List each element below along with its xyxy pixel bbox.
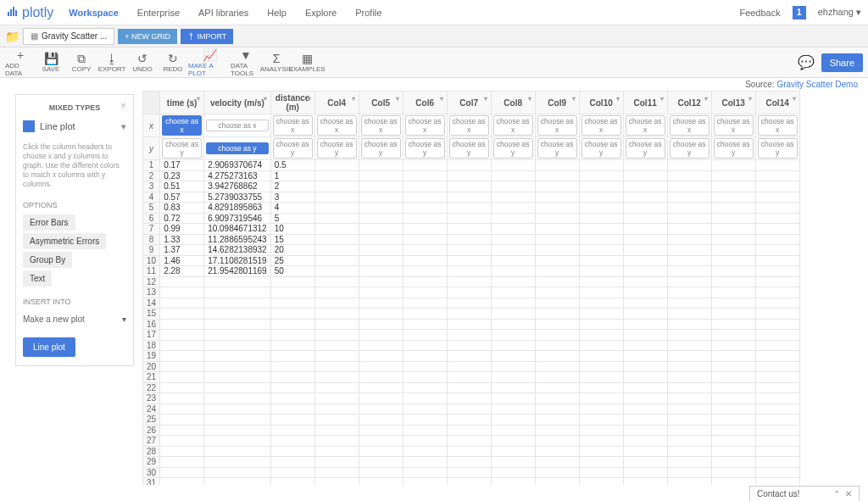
data-cell[interactable]: [447, 192, 491, 203]
data-cell[interactable]: [579, 425, 623, 436]
data-cell[interactable]: 5.2739033755: [204, 192, 271, 203]
data-cell[interactable]: 0.23: [160, 170, 204, 181]
tool-examples[interactable]: ▦EXAMPLES: [292, 52, 322, 73]
data-cell[interactable]: [403, 276, 447, 287]
data-cell[interactable]: [579, 266, 623, 277]
data-cell[interactable]: [204, 425, 271, 436]
data-cell[interactable]: [491, 382, 535, 393]
data-cell[interactable]: [623, 351, 667, 362]
data-cell[interactable]: [535, 404, 579, 415]
data-cell[interactable]: 14.6282138932: [204, 245, 271, 256]
data-cell[interactable]: 15: [270, 234, 314, 245]
data-cell[interactable]: [491, 372, 535, 383]
data-cell[interactable]: [579, 382, 623, 393]
tool-save[interactable]: 💾SAVE: [36, 52, 66, 73]
data-cell[interactable]: [314, 415, 359, 426]
data-cell[interactable]: [270, 309, 314, 320]
data-cell[interactable]: [579, 351, 623, 362]
data-cell[interactable]: [755, 330, 799, 341]
data-cell[interactable]: [491, 245, 535, 256]
data-cell[interactable]: [160, 330, 204, 341]
column-header[interactable]: Col5▾: [359, 92, 403, 114]
nav-profile[interactable]: Profile: [355, 8, 381, 18]
data-cell[interactable]: [535, 276, 579, 287]
data-cell[interactable]: [667, 404, 711, 415]
data-cell[interactable]: [755, 181, 799, 192]
data-cell[interactable]: [579, 203, 623, 214]
data-cell[interactable]: [314, 446, 359, 457]
data-cell[interactable]: [579, 160, 623, 171]
data-cell[interactable]: [755, 170, 799, 181]
close-icon[interactable]: ×: [120, 100, 126, 112]
data-cell[interactable]: [314, 393, 359, 404]
data-cell[interactable]: [359, 181, 403, 192]
data-cell[interactable]: [535, 170, 579, 181]
choose-as-x-button[interactable]: choose as x: [758, 115, 798, 136]
data-cell[interactable]: [711, 245, 755, 256]
data-cell[interactable]: [667, 170, 711, 181]
data-cell[interactable]: [160, 372, 204, 383]
data-cell[interactable]: [623, 467, 667, 478]
data-cell[interactable]: [204, 361, 271, 372]
data-cell[interactable]: [623, 309, 667, 320]
data-cell[interactable]: [579, 170, 623, 181]
data-cell[interactable]: [535, 340, 579, 351]
data-cell[interactable]: [579, 192, 623, 203]
data-cell[interactable]: [314, 276, 359, 287]
tool-copy[interactable]: ⧉COPY: [66, 52, 97, 73]
data-cell[interactable]: [623, 436, 667, 447]
data-cell[interactable]: [579, 478, 623, 486]
data-cell[interactable]: [623, 234, 667, 245]
contact-widget[interactable]: Contact us! ⌃ ✕: [749, 486, 860, 501]
data-cell[interactable]: [270, 404, 314, 415]
data-cell[interactable]: [667, 340, 711, 351]
data-cell[interactable]: [667, 351, 711, 362]
data-cell[interactable]: [403, 224, 447, 235]
data-cell[interactable]: [491, 436, 535, 447]
data-cell[interactable]: [535, 351, 579, 362]
data-cell[interactable]: [667, 319, 711, 330]
data-cell[interactable]: [755, 224, 799, 235]
data-cell[interactable]: [535, 266, 579, 277]
data-cell[interactable]: [711, 467, 755, 478]
data-cell[interactable]: [314, 287, 359, 298]
data-cell[interactable]: [160, 404, 204, 415]
data-cell[interactable]: [403, 234, 447, 245]
data-cell[interactable]: [160, 478, 204, 486]
data-cell[interactable]: [491, 404, 535, 415]
data-cell[interactable]: [535, 298, 579, 309]
data-cell[interactable]: [314, 309, 359, 320]
choose-as-x-button[interactable]: choose as x: [493, 115, 533, 136]
choose-as-y-button[interactable]: choose as y: [206, 142, 269, 154]
data-cell[interactable]: [579, 415, 623, 426]
data-cell[interactable]: [314, 170, 359, 181]
data-cell[interactable]: [447, 245, 491, 256]
data-cell[interactable]: [314, 181, 359, 192]
data-cell[interactable]: [270, 340, 314, 351]
data-cell[interactable]: [491, 181, 535, 192]
data-cell[interactable]: [447, 425, 491, 436]
data-cell[interactable]: [579, 287, 623, 298]
data-cell[interactable]: [270, 436, 314, 447]
data-cell[interactable]: 0.99: [160, 224, 204, 235]
data-cell[interactable]: [667, 181, 711, 192]
data-cell[interactable]: [314, 467, 359, 478]
tool-export[interactable]: ⭳EXPORT: [97, 52, 127, 73]
data-cell[interactable]: [204, 298, 271, 309]
column-header[interactable]: Col4▾: [314, 92, 359, 114]
data-cell[interactable]: 0.51: [160, 181, 204, 192]
data-cell[interactable]: [314, 330, 359, 341]
data-cell[interactable]: 4: [270, 203, 314, 214]
data-cell[interactable]: [204, 330, 271, 341]
data-cell[interactable]: [491, 330, 535, 341]
data-cell[interactable]: [270, 382, 314, 393]
data-cell[interactable]: [403, 330, 447, 341]
data-cell[interactable]: 4.8291895863: [204, 203, 271, 214]
data-cell[interactable]: [160, 415, 204, 426]
data-cell[interactable]: [491, 298, 535, 309]
data-cell[interactable]: [359, 266, 403, 277]
data-cell[interactable]: [359, 404, 403, 415]
data-cell[interactable]: [204, 478, 271, 486]
data-cell[interactable]: [160, 351, 204, 362]
tool-add-data[interactable]: +ADD DATA: [5, 48, 36, 77]
